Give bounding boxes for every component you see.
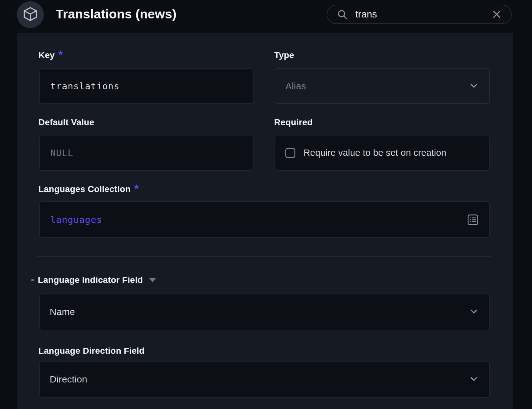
key-label: Key★ <box>38 50 64 61</box>
box-icon <box>22 6 39 24</box>
required-star-icon: ★ <box>58 49 64 57</box>
drawer-icon-circle <box>17 1 44 28</box>
default-value-field <box>39 135 253 171</box>
key-field <box>39 68 253 104</box>
required-checkbox-label[interactable]: Require value to be set on creation <box>304 148 446 158</box>
default-value-input[interactable] <box>50 147 243 159</box>
list-icon[interactable] <box>467 214 479 226</box>
required-label: Required <box>274 117 313 127</box>
language-indicator-field-select[interactable]: Name <box>39 293 490 330</box>
required-star-icon: ★ <box>133 183 140 191</box>
triangle-down-icon[interactable] <box>148 278 157 283</box>
modified-dot-icon <box>31 279 34 281</box>
field-settings-panel: Key★ Type Alias Default Value Required R… <box>17 33 513 409</box>
required-field: Require value to be set on creation <box>275 135 490 171</box>
type-select[interactable]: Alias <box>275 68 490 104</box>
language-indicator-field-header: Language Indicator Field <box>31 275 157 285</box>
chevron-down-icon <box>469 306 479 318</box>
languages-collection-field <box>39 201 490 238</box>
required-checkbox[interactable] <box>285 148 295 158</box>
languages-collection-label: Languages Collection★ <box>38 184 140 195</box>
chevron-down-icon <box>469 80 479 92</box>
page-title: Translations (news) <box>56 6 177 22</box>
close-icon[interactable] <box>492 9 502 19</box>
search-input[interactable] <box>355 8 485 20</box>
default-value-label: Default Value <box>38 117 94 127</box>
search-bar <box>327 5 512 24</box>
search-icon <box>337 9 348 20</box>
key-input[interactable] <box>50 81 243 92</box>
languages-collection-input[interactable] <box>50 214 467 225</box>
language-indicator-field-label: Language Indicator Field <box>38 275 143 285</box>
chevron-down-icon <box>469 373 479 385</box>
field-detail-drawer: Translations (news) Key★ Type Alias <box>0 0 532 409</box>
language-direction-field-label: Language Direction Field <box>38 346 144 356</box>
language-direction-field-value: Direction <box>50 374 469 385</box>
type-select-value: Alias <box>285 81 469 91</box>
language-direction-field-select[interactable]: Direction <box>39 361 490 398</box>
section-divider <box>37 256 491 257</box>
type-label: Type <box>274 50 294 60</box>
language-indicator-field-value: Name <box>50 307 469 317</box>
